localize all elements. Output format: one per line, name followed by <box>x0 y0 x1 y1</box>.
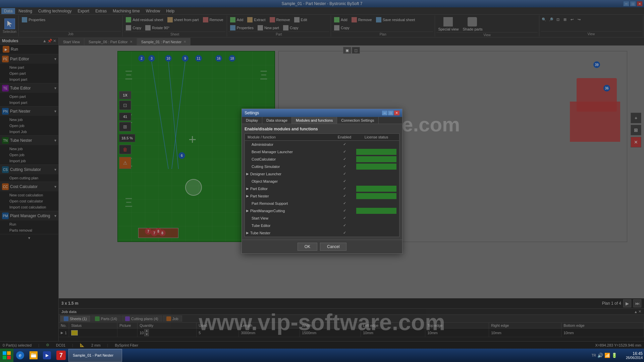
modal-window-controls: ─ □ ✕ <box>382 111 399 115</box>
modal-footer: OK Cancel <box>242 240 402 253</box>
taskbar: e ▶ 7 Sample_01 - Part Nester 16:45 26/0… <box>0 349 644 362</box>
modal-tab-connection[interactable]: Connection Settings <box>337 117 378 124</box>
modal-row-bevel-manager[interactable]: Bevel Manager Launcher ✓ <box>245 148 399 156</box>
modal-row-plant-manager[interactable]: ▶ PlantManagerCutting ✓ <box>245 207 399 215</box>
svg-rect-7 <box>3 356 6 359</box>
svg-rect-5 <box>3 351 6 355</box>
modal-table: Module / function Enabled License status… <box>245 133 399 237</box>
taskbar-ie[interactable]: e <box>13 349 27 362</box>
modal-row-object-manager[interactable]: Object Manager ✓ <box>245 178 399 185</box>
modal-title-bar: Settings ─ □ ✕ <box>242 109 402 117</box>
modal-row-cost-calculator[interactable]: CostCalculator ✓ <box>245 156 399 163</box>
modal-row-administrator[interactable]: Administrator ✓ <box>245 141 399 148</box>
bysoft-icon: 7 <box>56 351 66 360</box>
modal-ok-button[interactable]: OK <box>298 243 317 251</box>
modal-overlay: Settings ─ □ ✕ Display Data storage Modu… <box>0 0 644 362</box>
modal-title: Settings <box>245 111 259 115</box>
modal-close-btn[interactable]: ✕ <box>394 111 399 115</box>
taskbar-7[interactable]: 7 <box>54 349 68 362</box>
modal-row-designer-launcher[interactable]: ▶ Designer Launcher ✓ <box>245 170 399 178</box>
modal-minimize-btn[interactable]: ─ <box>382 111 387 115</box>
modal-tab-display[interactable]: Display <box>242 117 262 124</box>
header-enabled: Enabled <box>333 135 356 139</box>
modal-row-part-nester[interactable]: ▶ Part Nester ✓ <box>245 192 399 200</box>
media-icon: ▶ <box>43 351 51 359</box>
header-module: Module / function <box>248 135 333 139</box>
modal-tab-modules[interactable]: Modules and functions <box>292 117 337 124</box>
modal-body: Enable/disable modules and functions Mod… <box>242 124 402 240</box>
taskbar-active-window[interactable]: Sample_01 - Part Nester <box>68 349 122 362</box>
taskbar-clock: 16:45 26/06/2014 <box>626 351 643 360</box>
modal-row-start-view[interactable]: Start View ✓ <box>245 215 399 222</box>
clock-date: 26/06/2014 <box>626 356 643 360</box>
modal-tabs: Display Data storage Modules and functio… <box>242 117 402 124</box>
modal-row-part-editor[interactable]: ▶ Part Editor ✓ <box>245 185 399 192</box>
modal-maximize-btn[interactable]: □ <box>388 111 393 115</box>
explorer-icon <box>30 351 38 359</box>
modal-row-tube-editor[interactable]: Tube Editor ✓ <box>245 222 399 229</box>
svg-rect-6 <box>7 351 11 355</box>
modal-row-tube-nester[interactable]: ▶ Tube Nester ✓ <box>245 229 399 237</box>
clock-time: 16:45 <box>626 351 643 356</box>
taskbar-window-label: Sample_01 - Part Nester <box>73 353 113 357</box>
modal-cancel-button[interactable]: Cancel <box>320 243 346 251</box>
settings-modal: Settings ─ □ ✕ Display Data storage Modu… <box>241 109 402 254</box>
modal-tab-data-storage[interactable]: Data storage <box>262 117 292 124</box>
modal-row-cutting-sim[interactable]: Cutting Simulator ✓ <box>245 163 399 170</box>
taskbar-explorer[interactable] <box>27 349 40 362</box>
taskbar-start-button[interactable] <box>0 349 13 362</box>
ie-icon: e <box>16 351 24 359</box>
header-license: License status <box>356 135 396 139</box>
modal-section-title: Enable/disable modules and functions <box>245 127 399 131</box>
modal-rows: Administrator ✓ Bevel Manager Launcher ✓… <box>245 141 399 237</box>
svg-rect-8 <box>7 356 11 359</box>
svg-rect-9 <box>31 354 36 358</box>
taskbar-media[interactable]: ▶ <box>40 349 54 362</box>
modal-row-part-removal[interactable]: Part Removal Support ✓ <box>245 200 399 207</box>
system-tray: TR 🔊 📶 🔋 <box>592 353 617 358</box>
modal-table-header: Module / function Enabled License status <box>245 134 399 141</box>
